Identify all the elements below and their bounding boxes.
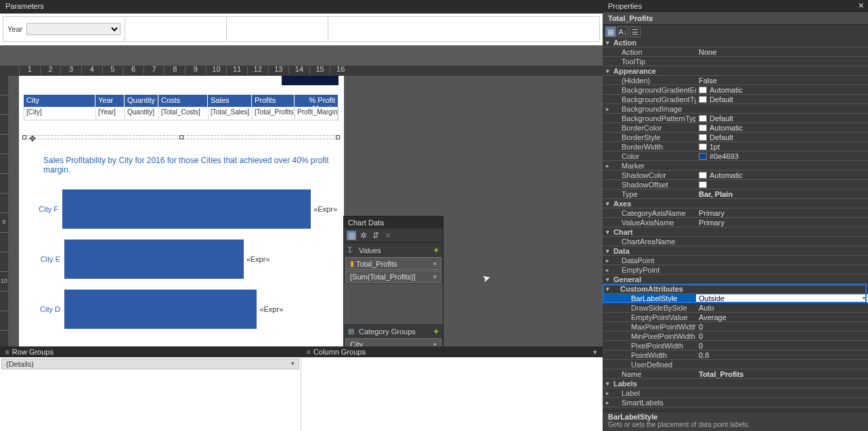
property-row[interactable]: ▾Axes <box>603 199 868 208</box>
bar-rect[interactable] <box>64 290 257 329</box>
properties-titlebar[interactable]: Properties × <box>603 0 868 12</box>
prop-name[interactable]: MaxPixelPointWidth <box>612 323 696 331</box>
prop-name[interactable]: Name <box>612 370 696 378</box>
property-row[interactable]: PointWidth0.8 <box>603 350 868 360</box>
prop-category[interactable]: Appearance <box>612 67 868 75</box>
property-row[interactable]: ShadowColorAutomatic <box>603 171 868 180</box>
design-canvas[interactable]: 81012 City Year Quantity Costs Sales Pro… <box>0 76 603 346</box>
property-row[interactable]: (Hidden)False <box>603 76 868 85</box>
prop-category[interactable]: Chart <box>612 228 868 236</box>
prop-name[interactable]: CategoryAxisName <box>612 209 696 217</box>
prop-value[interactable]: Total_Profits <box>696 370 868 378</box>
cd-tool-gear-icon[interactable]: ✲ <box>359 231 368 240</box>
prop-name[interactable]: ToolTip <box>612 58 696 66</box>
property-row[interactable]: BorderStyleDefault <box>603 133 868 142</box>
property-row[interactable]: ▾General <box>603 275 868 284</box>
details-group-item[interactable]: (Details) ▾ <box>1 359 299 369</box>
chevron-down-icon[interactable]: ▾ <box>603 380 612 387</box>
td-margin[interactable]: Profit_Margin] <box>295 107 338 120</box>
cd-tool-sort-icon[interactable]: ⇵ <box>371 231 381 240</box>
resize-handle-c[interactable] <box>179 135 183 139</box>
prop-name[interactable]: ShadowColor <box>612 171 696 179</box>
property-row[interactable]: ▸Marker <box>603 161 868 171</box>
property-row[interactable]: TypeBar, Plain <box>603 189 868 199</box>
chevron-down-icon[interactable]: ▾ <box>603 200 612 207</box>
property-row[interactable]: CategoryAxisNamePrimary <box>603 208 868 218</box>
th-margin[interactable]: % Profit Margin <box>295 95 339 107</box>
color-swatch[interactable] <box>699 134 707 141</box>
prop-name[interactable]: Type <box>612 190 696 198</box>
prop-value[interactable]: Average <box>696 313 868 321</box>
alphabetical-icon[interactable]: A↓ <box>617 26 628 37</box>
property-row[interactable]: ValueAxisNamePrimary <box>603 218 868 227</box>
prop-name[interactable]: EmptyPointValue <box>612 313 696 321</box>
resize-handle-w[interactable] <box>22 135 26 139</box>
property-row[interactable]: ▾Data <box>603 246 868 256</box>
table-header-row[interactable]: City Year Quantity Costs Sales Profits %… <box>24 95 339 107</box>
color-swatch[interactable] <box>699 96 707 103</box>
bar-data-label[interactable]: «Expr» <box>259 305 283 313</box>
bar-data-label[interactable]: «Expr» <box>313 205 337 213</box>
chevron-right-icon[interactable]: ▸ <box>603 106 612 112</box>
property-pages-icon[interactable]: ☰ <box>630 26 641 37</box>
cd-values-add-icon[interactable]: + <box>433 245 439 255</box>
chevron-right-icon[interactable]: ▸ <box>603 257 612 264</box>
td-costs[interactable]: [Total_Costs] <box>159 107 209 120</box>
property-row[interactable]: ▸SmartLabels <box>603 398 868 407</box>
param-year-select[interactable] <box>26 23 121 35</box>
td-city[interactable]: [City] <box>24 107 96 120</box>
prop-name[interactable]: BarLabelStyle <box>612 294 696 302</box>
prop-value[interactable]: 0.8 <box>696 351 868 359</box>
prop-name[interactable]: Color <box>612 152 696 160</box>
prop-category[interactable]: Data <box>612 247 868 255</box>
property-row[interactable]: ▸BackgroundImage <box>603 104 868 114</box>
prop-value[interactable]: Default <box>696 114 868 122</box>
th-qty[interactable]: Quantity <box>125 95 158 107</box>
prop-value[interactable] <box>696 181 868 188</box>
prop-value[interactable]: False <box>696 76 868 85</box>
chevron-down-icon[interactable]: ▾ <box>433 273 437 280</box>
prop-category[interactable]: CustomAttributes <box>612 285 868 293</box>
prop-value[interactable]: 1pt <box>696 143 868 151</box>
bar-rect[interactable] <box>64 240 244 279</box>
param-blank-3[interactable] <box>328 17 430 41</box>
prop-value[interactable]: 0 <box>696 342 868 350</box>
cd-category-add-icon[interactable]: + <box>433 326 439 336</box>
prop-name[interactable]: BorderStyle <box>612 133 696 141</box>
chevron-down-icon[interactable]: ▾ <box>433 260 437 267</box>
property-row[interactable]: ChartAreaName <box>603 237 868 246</box>
cd-tool-delete-icon[interactable]: ✕ <box>383 231 393 240</box>
property-row[interactable]: ▸EmptyPoint <box>603 265 868 275</box>
th-year[interactable]: Year <box>95 95 125 107</box>
td-year[interactable]: [Year] <box>96 107 125 120</box>
prop-name[interactable]: DataPoint <box>612 256 696 265</box>
property-row[interactable]: ▾Chart <box>603 227 868 237</box>
prop-name[interactable]: ChartAreaName <box>612 237 696 246</box>
prop-name[interactable]: EmptyPoint <box>612 266 696 274</box>
bar-rect[interactable] <box>62 189 311 229</box>
property-row[interactable]: MaxPixelPointWidth0 <box>603 322 868 332</box>
prop-value-dropdown[interactable]: Outside▾ <box>696 294 868 302</box>
bar-row[interactable]: City E«Expr» <box>32 234 337 284</box>
prop-name[interactable]: ShadowOffset <box>612 181 696 189</box>
chevron-down-icon[interactable]: ▾ <box>593 348 597 357</box>
property-row[interactable]: ▸DataPoint <box>603 256 868 265</box>
resize-handle-e[interactable] <box>336 135 340 139</box>
chevron-down-icon[interactable]: ▾ <box>603 229 612 235</box>
chart-data-panel[interactable]: Chart Data ▦ ✲ ⇵ ✕ Σ Values + ▮ Total_Pr… <box>343 216 443 346</box>
selection-handle-bar[interactable]: ✥ <box>24 135 339 139</box>
chevron-right-icon[interactable]: ▸ <box>603 267 612 273</box>
prop-value[interactable]: 0 <box>696 332 868 340</box>
prop-name[interactable]: BackgroundGradientType <box>612 95 696 104</box>
prop-name[interactable]: BackgroundPatternType <box>612 114 696 122</box>
prop-value[interactable]: #0e4693 <box>696 152 868 160</box>
prop-name[interactable]: MinPixelPointWidth <box>612 332 696 340</box>
properties-grid[interactable]: ▾ActionActionNoneToolTip▾Appearance(Hidd… <box>603 38 868 411</box>
property-row[interactable]: MinPixelPointWidth0 <box>603 332 868 341</box>
property-row[interactable]: BackgroundGradientEndColorAutomatic <box>603 85 868 95</box>
param-blank-2[interactable] <box>227 17 328 41</box>
bar-data-label[interactable]: «Expr» <box>246 255 270 263</box>
chevron-right-icon[interactable]: ▸ <box>603 390 612 396</box>
th-costs[interactable]: Costs <box>158 95 208 107</box>
property-row[interactable]: ToolTip <box>603 57 868 66</box>
